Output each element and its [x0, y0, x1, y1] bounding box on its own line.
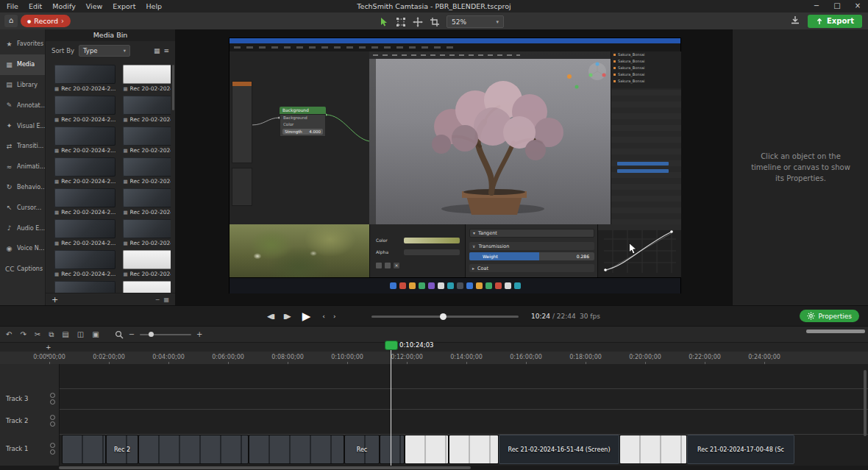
media-item[interactable]: ▦ Rec 20-02-2024-2... — [123, 281, 171, 293]
zoom-slider-handle[interactable] — [149, 332, 154, 337]
copy-icon[interactable]: ⧉ — [49, 330, 54, 339]
sidebar-item[interactable]: ★ Favorites — [0, 34, 45, 54]
undo-icon[interactable]: ↶ — [6, 330, 12, 338]
timeline-clip[interactable]: Rec 2 — [106, 435, 138, 464]
sidebar-item[interactable]: ◉ Voice N... — [0, 238, 45, 259]
transform-tool-icon[interactable] — [396, 17, 406, 27]
redo-icon[interactable]: ↷ — [20, 330, 26, 338]
media-thumbnail — [54, 96, 115, 115]
seek-handle[interactable] — [440, 313, 447, 320]
timeline-horizontal-scrollbar[interactable] — [806, 330, 865, 333]
media-item[interactable]: ▦ Rec 20-02-2024-2... — [54, 157, 115, 185]
sidebar-item[interactable]: ↻ Behavio... — [0, 177, 45, 198]
media-item[interactable]: ▦ Rec 20-02-2024-2... — [54, 281, 115, 293]
seek-slider[interactable] — [371, 316, 519, 318]
timeline-clip[interactable] — [138, 435, 249, 464]
home-button[interactable]: ⌂ — [4, 15, 18, 27]
sidebar-item-label: Cursor... — [17, 204, 41, 211]
snapshot-icon[interactable]: ▣ — [92, 330, 99, 338]
play-button[interactable]: ▶ — [302, 310, 311, 323]
media-item[interactable]: ▦ Rec 20-02-2024-2... — [54, 65, 115, 92]
download-icon[interactable] — [790, 14, 800, 28]
select-tool-icon[interactable] — [379, 17, 389, 27]
zoom-out-button[interactable]: − — [129, 330, 135, 338]
maximize-button[interactable]: □ — [827, 0, 847, 13]
thumbnail-size-minus-icon[interactable]: − — [155, 296, 160, 303]
zoom-in-button[interactable]: + — [196, 330, 202, 338]
magnifier-icon — [115, 330, 124, 339]
timeline-clip[interactable]: Rec 21-02-2024-16-51-44 (Screen) — [499, 435, 619, 464]
next-frame-button[interactable]: ▮▶ — [283, 313, 291, 320]
track-visibility-icon[interactable] — [50, 443, 55, 448]
media-item[interactable]: ▦ Rec 20-02-2024-2... — [123, 65, 171, 92]
sort-by-label: Sort By — [51, 47, 74, 54]
media-item[interactable]: ▦ Rec 20-02-2024-2... — [54, 96, 115, 123]
crop-tool-icon[interactable] — [430, 17, 440, 27]
sidebar-item[interactable]: ▦ Media — [0, 54, 45, 75]
sidebar-item[interactable]: ✦ Visual E... — [0, 115, 45, 136]
add-track-button[interactable]: + — [46, 343, 51, 352]
sidebar-item[interactable]: ↖ Cursor... — [0, 197, 45, 218]
sort-dropdown[interactable]: Type ▾ — [79, 45, 130, 57]
export-button[interactable]: Export — [808, 15, 862, 28]
media-item[interactable]: ▦ Rec 20-02-2024-2... — [123, 219, 171, 246]
paste-icon[interactable]: ▤ — [62, 330, 68, 338]
minimize-button[interactable]: − — [806, 0, 827, 13]
media-item[interactable]: ▦ Rec 20-02-2024-2... — [123, 96, 171, 123]
menu-item[interactable]: File — [1, 0, 24, 13]
media-item[interactable]: ▦ Rec 20-02-2024-2... — [123, 188, 171, 216]
timeline-clip[interactable] — [62, 435, 106, 464]
sidebar-item[interactable]: ♪ Audio E... — [0, 218, 45, 238]
menu-item[interactable]: Edit — [24, 0, 47, 13]
sidebar-item[interactable]: ▤ Library — [0, 75, 45, 96]
preview-canvas[interactable]: Background Background Color Strength 4.0… — [175, 29, 732, 305]
timeline-clip[interactable] — [405, 435, 449, 464]
zoom-dropdown[interactable]: 52% ▾ — [447, 15, 504, 28]
media-item[interactable]: ▦ Rec 20-02-2024-2... — [54, 188, 115, 216]
sidebar-item[interactable]: ✎ Annotat... — [0, 95, 45, 115]
timeline-clip[interactable] — [619, 435, 687, 464]
previous-frame-button[interactable]: ◀▮ — [267, 313, 274, 320]
track-visibility-icon[interactable] — [50, 393, 55, 398]
step-forward-button[interactable]: › — [333, 313, 335, 320]
media-item[interactable]: ▦ Rec 20-02-2024-2... — [54, 127, 115, 154]
track-lock-icon[interactable] — [50, 449, 55, 455]
timeline-ruler[interactable]: + ∨ 0:00:00;00 0:02:00;00 0:04:00;00 — [0, 342, 868, 365]
menu-item[interactable]: View — [81, 0, 108, 13]
track-visibility-icon[interactable] — [50, 415, 55, 420]
timeline-clip[interactable] — [380, 435, 405, 464]
timeline-clip[interactable] — [449, 435, 499, 464]
list-view-icon[interactable]: ≡ — [163, 47, 169, 54]
properties-button[interactable]: Properties — [800, 310, 859, 322]
media-item[interactable]: ▦ Rec 20-02-2024-2... — [54, 219, 115, 246]
split-icon[interactable]: ◫ — [77, 330, 84, 338]
sidebar-item[interactable]: CC Captions — [0, 259, 45, 279]
sidebar-item[interactable]: ≈ Animati... — [0, 157, 45, 177]
menu-item[interactable]: Export — [107, 0, 140, 13]
tracks-vertical-scrollbar[interactable] — [864, 370, 867, 436]
media-bin-scrollbar[interactable] — [172, 65, 174, 110]
thumbnail-size-grid-icon[interactable]: ▦ — [163, 296, 169, 303]
media-item[interactable]: ▦ Rec 20-02-2024-2... — [123, 127, 171, 154]
timeline-clip[interactable]: Rec — [344, 435, 380, 464]
sidebar-item[interactable]: ⇄ Transiti... — [0, 136, 45, 157]
cut-icon[interactable]: ✂ — [35, 330, 40, 338]
track-lock-icon[interactable] — [50, 421, 55, 427]
pan-tool-icon[interactable] — [413, 17, 423, 27]
grid-view-icon[interactable]: ▦ — [154, 47, 160, 54]
timeline-zoom-slider[interactable] — [140, 334, 191, 335]
playhead-handle[interactable] — [385, 341, 398, 350]
timeline-clip[interactable]: Rec 21-02-2024-17-00-48 (Sc — [687, 435, 794, 464]
step-back-button[interactable]: ‹ — [322, 313, 324, 320]
add-media-button[interactable]: + — [51, 295, 58, 305]
tracks-horizontal-scrollbar[interactable] — [59, 466, 471, 469]
menu-item[interactable]: Modify — [47, 0, 80, 13]
media-item[interactable]: ▦ Rec 20-02-2024-2... — [123, 157, 171, 185]
media-item[interactable]: ▦ Rec 20-02-2024-2... — [54, 250, 115, 277]
menu-item[interactable]: Help — [140, 0, 167, 13]
media-item[interactable]: ▦ Rec 20-02-2024-2... — [123, 250, 171, 277]
record-button[interactable]: ● Record › — [21, 15, 71, 27]
track-lock-icon[interactable] — [50, 399, 55, 405]
close-button[interactable]: × — [847, 0, 868, 13]
timeline-clip[interactable] — [249, 435, 344, 464]
